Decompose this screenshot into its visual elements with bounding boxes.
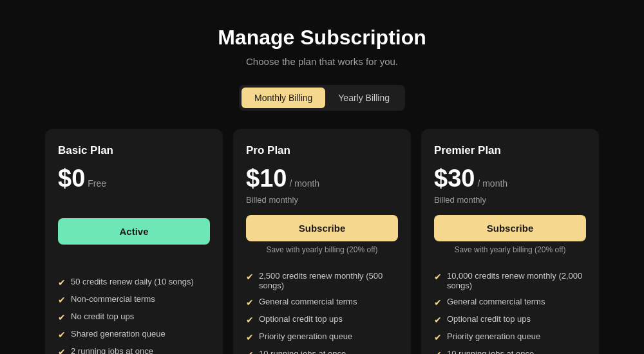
basic-feature-0: ✔ 50 credits renew daily (10 songs) — [58, 277, 210, 288]
premier-plan-billing-info: Billed monthly — [434, 195, 586, 205]
billing-toggle: Monthly Billing Yearly Billing — [239, 85, 405, 111]
premier-plan-price-suffix: / month — [477, 178, 507, 189]
premier-check-1: ✔ — [434, 297, 442, 308]
basic-plan-price: $0 — [58, 165, 85, 192]
premier-check-0: ✔ — [434, 272, 442, 282]
basic-check-3: ✔ — [58, 330, 66, 340]
pro-check-4: ✔ — [246, 349, 254, 354]
pro-plan-billing-info: Billed monthly — [246, 195, 398, 205]
pro-plan-card: Pro Plan $10 / month Billed monthly Subs… — [233, 129, 411, 354]
pro-check-0: ✔ — [246, 272, 254, 282]
premier-check-3: ✔ — [434, 332, 442, 342]
pro-check-2: ✔ — [246, 315, 254, 325]
basic-check-0: ✔ — [58, 277, 66, 288]
pro-feature-3: ✔ Priority generation queue — [246, 331, 398, 342]
premier-feature-4: ✔ 10 running jobs at once — [434, 349, 586, 354]
pro-plan-price-suffix: / month — [289, 178, 319, 189]
basic-check-4: ✔ — [58, 347, 66, 354]
basic-plan-price-suffix: Free — [88, 178, 106, 189]
premier-feature-1: ✔ General commercial terms — [434, 297, 586, 308]
yearly-billing-btn[interactable]: Yearly Billing — [325, 88, 402, 108]
premier-check-2: ✔ — [434, 315, 442, 325]
premier-plan-features: ✔ 10,000 credits renew monthly (2,000 so… — [434, 271, 586, 354]
page-subtitle: Choose the plan that works for you. — [246, 56, 398, 67]
pro-plan-price-row: $10 / month — [246, 165, 398, 192]
premier-feature-3: ✔ Priority generation queue — [434, 331, 586, 342]
monthly-billing-btn[interactable]: Monthly Billing — [242, 88, 325, 108]
basic-check-1: ✔ — [58, 295, 66, 305]
pro-feature-2: ✔ Optional credit top ups — [246, 314, 398, 325]
pro-plan-features: ✔ 2,500 credits renew monthly (500 songs… — [246, 271, 398, 354]
basic-feature-4: ✔ 2 running jobs at once — [58, 346, 210, 354]
premier-plan-price-row: $30 / month — [434, 165, 586, 192]
basic-feature-1: ✔ Non-commercial terms — [58, 294, 210, 305]
page-container: Manage Subscription Choose the plan that… — [0, 0, 644, 354]
page-title: Manage Subscription — [218, 26, 426, 50]
basic-plan-features: ✔ 50 credits renew daily (10 songs) ✔ No… — [58, 277, 210, 354]
premier-feature-2: ✔ Optional credit top ups — [434, 314, 586, 325]
basic-plan-name: Basic Plan — [58, 144, 210, 157]
basic-plan-cta-btn[interactable]: Active — [58, 218, 210, 245]
pro-feature-4: ✔ 10 running jobs at once — [246, 349, 398, 354]
pro-plan-cta-btn[interactable]: Subscribe — [246, 215, 398, 241]
pro-feature-0: ✔ 2,500 credits renew monthly (500 songs… — [246, 271, 398, 290]
basic-check-2: ✔ — [58, 312, 66, 322]
premier-plan-save-text: Save with yearly billing (20% off) — [434, 245, 586, 254]
premier-plan-name: Premier Plan — [434, 144, 586, 157]
plans-container: Basic Plan $0 Free Active ✔ 50 credits r… — [45, 129, 599, 354]
pro-check-3: ✔ — [246, 332, 254, 342]
pro-check-1: ✔ — [246, 297, 254, 308]
premier-feature-0: ✔ 10,000 credits renew monthly (2,000 so… — [434, 271, 586, 290]
premier-check-4: ✔ — [434, 349, 442, 354]
basic-plan-save-text — [58, 248, 210, 260]
pro-feature-1: ✔ General commercial terms — [246, 297, 398, 308]
basic-feature-3: ✔ Shared generation queue — [58, 329, 210, 340]
premier-plan-cta-btn[interactable]: Subscribe — [434, 215, 586, 241]
premier-plan-price: $30 — [434, 165, 475, 192]
pro-plan-save-text: Save with yearly billing (20% off) — [246, 245, 398, 254]
basic-plan-billing-info — [58, 195, 210, 208]
pro-plan-name: Pro Plan — [246, 144, 398, 157]
premier-plan-card: Premier Plan $30 / month Billed monthly … — [421, 129, 599, 354]
pro-plan-price: $10 — [246, 165, 287, 192]
basic-feature-2: ✔ No credit top ups — [58, 312, 210, 322]
basic-plan-card: Basic Plan $0 Free Active ✔ 50 credits r… — [45, 129, 223, 354]
basic-plan-price-row: $0 Free — [58, 165, 210, 192]
